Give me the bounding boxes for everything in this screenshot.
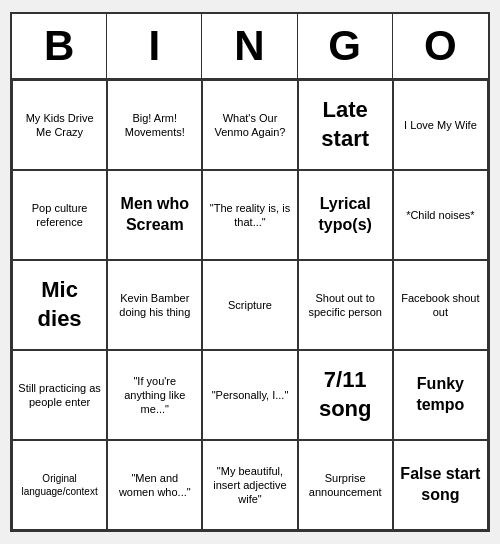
bingo-cell: Funky tempo [393, 350, 488, 440]
bingo-cell: Men who Scream [107, 170, 202, 260]
bingo-cell: "My beautiful, insert adjective wife" [202, 440, 297, 530]
bingo-card: BINGO My Kids Drive Me CrazyBig! Arm! Mo… [10, 12, 490, 532]
header-letter: N [202, 14, 297, 78]
bingo-cell: Surprise announcement [298, 440, 393, 530]
bingo-cell: *Child noises* [393, 170, 488, 260]
bingo-cell: "If you're anything like me..." [107, 350, 202, 440]
bingo-cell: Shout out to specific person [298, 260, 393, 350]
header-letter: G [298, 14, 393, 78]
bingo-cell: Original language/context [12, 440, 107, 530]
bingo-cell: What's Our Venmo Again? [202, 80, 297, 170]
bingo-grid: My Kids Drive Me CrazyBig! Arm! Movement… [12, 80, 488, 530]
bingo-cell: Scripture [202, 260, 297, 350]
bingo-cell: False start song [393, 440, 488, 530]
bingo-cell: I Love My Wife [393, 80, 488, 170]
bingo-cell: My Kids Drive Me Crazy [12, 80, 107, 170]
bingo-cell: 7/11 song [298, 350, 393, 440]
bingo-cell: Mic dies [12, 260, 107, 350]
bingo-cell: Facebook shout out [393, 260, 488, 350]
header-letter: I [107, 14, 202, 78]
header-letter: B [12, 14, 107, 78]
bingo-cell: Big! Arm! Movements! [107, 80, 202, 170]
bingo-cell: Lyrical typo(s) [298, 170, 393, 260]
bingo-cell: "Personally, I..." [202, 350, 297, 440]
bingo-cell: Still practicing as people enter [12, 350, 107, 440]
header-letter: O [393, 14, 488, 78]
bingo-cell: "Men and women who..." [107, 440, 202, 530]
bingo-cell: "The reality is, is that..." [202, 170, 297, 260]
bingo-cell: Kevin Bamber doing his thing [107, 260, 202, 350]
bingo-cell: Pop culture reference [12, 170, 107, 260]
bingo-cell: Late start [298, 80, 393, 170]
bingo-header: BINGO [12, 14, 488, 80]
